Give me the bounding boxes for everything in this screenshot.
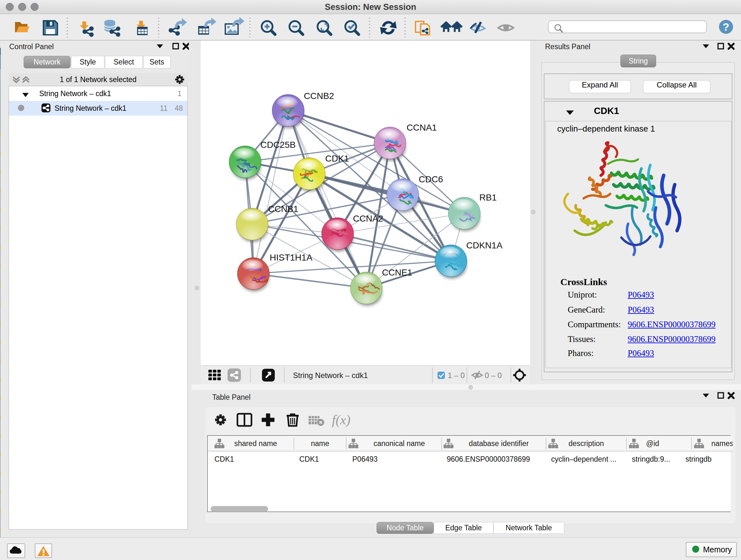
svg-text:CCNB1: CCNB1 bbox=[268, 204, 298, 214]
svg-text:CDC6: CDC6 bbox=[419, 174, 443, 184]
svg-text:CCNB2: CCNB2 bbox=[304, 91, 334, 101]
svg-text:CDK1: CDK1 bbox=[325, 153, 349, 164]
svg-text:P06493: P06493 bbox=[352, 455, 378, 463]
svg-text:stringdb: stringdb bbox=[685, 455, 712, 463]
svg-text:CDKN1A: CDKN1A bbox=[466, 240, 502, 250]
svg-text:9606.ENSP00000378699: 9606.ENSP00000378699 bbox=[447, 455, 530, 463]
svg-text:name: name bbox=[311, 439, 329, 448]
svg-text:1 – 0: 1 – 0 bbox=[448, 371, 465, 380]
svg-text:stringdb:9...: stringdb:9... bbox=[632, 455, 670, 463]
svg-text:0 – 0: 0 – 0 bbox=[485, 371, 502, 380]
svg-text:@id: @id bbox=[646, 439, 659, 448]
svg-text:CDK1: CDK1 bbox=[214, 455, 234, 463]
svg-text:CCNE1: CCNE1 bbox=[382, 267, 412, 277]
svg-text:canonical name: canonical name bbox=[374, 439, 425, 448]
svg-text:f(x): f(x) bbox=[332, 413, 350, 428]
svg-text:cyclin–dependent ...: cyclin–dependent ... bbox=[551, 455, 616, 463]
svg-text:CDC25B: CDC25B bbox=[260, 140, 295, 150]
svg-text:HIST1H1A: HIST1H1A bbox=[270, 253, 313, 262]
svg-text:CDK1: CDK1 bbox=[299, 455, 319, 463]
svg-text:shared name: shared name bbox=[234, 439, 277, 448]
svg-text:database identifier: database identifier bbox=[469, 439, 529, 448]
svg-text:namespace: namespace bbox=[711, 439, 733, 448]
svg-text:?: ? bbox=[723, 21, 730, 33]
svg-text:CCNA1: CCNA1 bbox=[407, 123, 437, 132]
svg-text:CCNA2: CCNA2 bbox=[353, 213, 383, 224]
svg-text:RB1: RB1 bbox=[479, 192, 496, 202]
svg-text:description: description bbox=[568, 439, 604, 448]
svg-text:String Network – cdk1: String Network – cdk1 bbox=[293, 371, 368, 380]
